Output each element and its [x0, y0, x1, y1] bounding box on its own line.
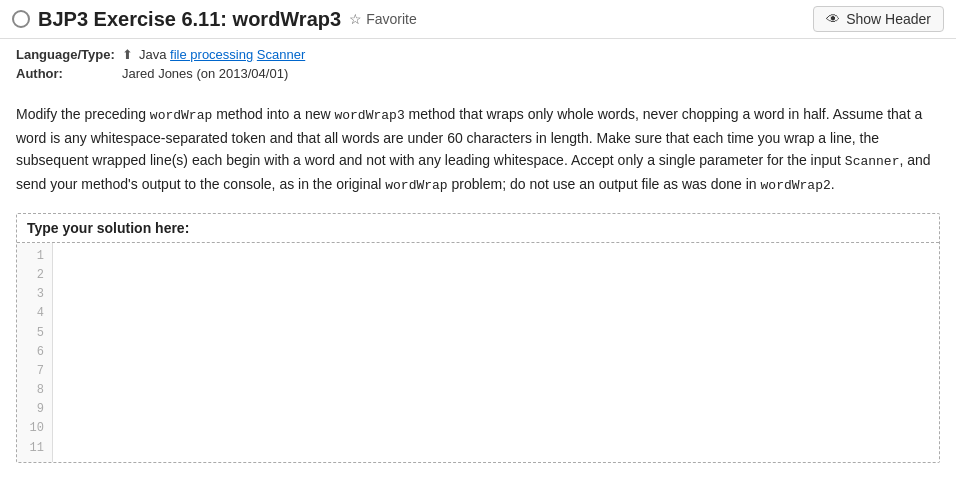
author-value: Jared Jones (on 2013/04/01) [122, 66, 288, 81]
top-bar-left: BJP3 Exercise 6.11: wordWrap3 ☆ Favorite [12, 8, 417, 31]
line-number-8: 8 [25, 381, 44, 400]
show-header-button[interactable]: 👁 Show Header [813, 6, 944, 32]
code-editor: 1 2 3 4 5 6 7 8 9 10 11 [17, 243, 939, 462]
line-number-6: 6 [25, 343, 44, 362]
file-processing-link[interactable]: file processing [170, 47, 253, 62]
page-title: BJP3 Exercise 6.11: wordWrap3 [38, 8, 341, 31]
line-number-7: 7 [25, 362, 44, 381]
favorite-button[interactable]: ☆ Favorite [349, 11, 417, 27]
top-bar: BJP3 Exercise 6.11: wordWrap3 ☆ Favorite… [0, 0, 956, 39]
eye-icon: 👁 [826, 11, 840, 27]
upload-icon: ⬆ [122, 47, 133, 62]
wordwrap-orig-code: wordWrap [385, 178, 447, 193]
description-text: Modify the preceding wordWrap method int… [16, 103, 940, 197]
favorite-label: Favorite [366, 11, 417, 27]
language-name: Java [139, 47, 166, 62]
language-value: Java file processing Scanner [139, 47, 305, 62]
description-section: Modify the preceding wordWrap method int… [0, 93, 956, 213]
line-number-5: 5 [25, 324, 44, 343]
author-row: Author: Jared Jones (on 2013/04/01) [16, 66, 940, 81]
wordwrap3-code: wordWrap3 [334, 108, 404, 123]
solution-section: Type your solution here: 1 2 3 4 5 6 7 8… [16, 213, 940, 463]
line-number-4: 4 [25, 304, 44, 323]
solution-header: Type your solution here: [17, 214, 939, 243]
wordwrap2-code: wordWrap2 [761, 178, 831, 193]
scanner-link[interactable]: Scanner [257, 47, 305, 62]
star-icon: ☆ [349, 11, 362, 27]
author-label: Author: [16, 66, 116, 81]
wordwrap-code: wordWrap [150, 108, 212, 123]
line-numbers: 1 2 3 4 5 6 7 8 9 10 11 [17, 243, 53, 462]
line-number-2: 2 [25, 266, 44, 285]
metadata-section: Language/Type: ⬆ Java file processing Sc… [0, 39, 956, 93]
line-number-1: 1 [25, 247, 44, 266]
code-textarea[interactable] [53, 243, 939, 462]
language-type-label: Language/Type: [16, 47, 116, 62]
status-circle-icon [12, 10, 30, 28]
line-number-3: 3 [25, 285, 44, 304]
line-number-10: 10 [25, 419, 44, 438]
line-number-11: 11 [25, 439, 44, 458]
line-number-9: 9 [25, 400, 44, 419]
show-header-label: Show Header [846, 11, 931, 27]
language-type-row: Language/Type: ⬆ Java file processing Sc… [16, 47, 940, 62]
scanner-code: Scanner [845, 154, 900, 169]
